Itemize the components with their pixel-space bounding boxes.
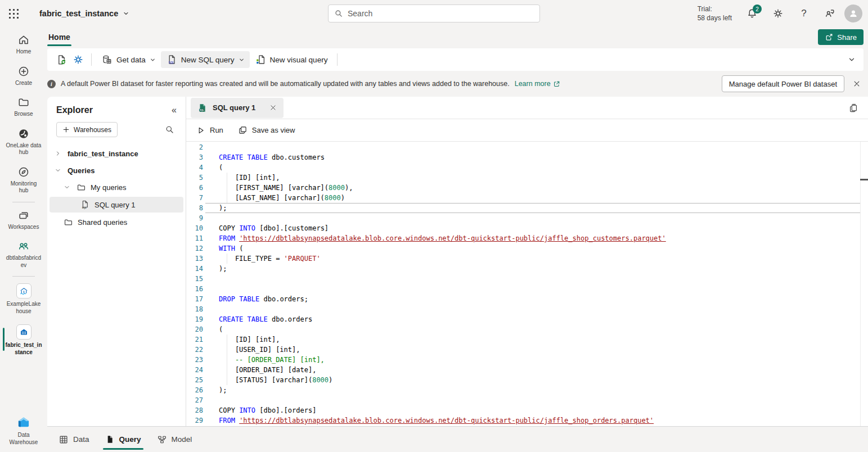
chevron-down-icon[interactable] [55, 167, 61, 174]
code-line-29[interactable]: 29FROM 'https://dbtlabsynapsedatalake.bl… [186, 415, 868, 426]
new-visual-query-button[interactable]: New visual query [250, 51, 333, 68]
code-line-14[interactable]: 14); [186, 264, 868, 274]
tree-item-sql-query-1[interactable]: SQLSQL query 1 [50, 197, 183, 213]
help-button[interactable]: ? [793, 2, 815, 25]
explorer-search-icon[interactable] [165, 125, 174, 134]
nav-rail-item-home[interactable]: Home [0, 29, 47, 61]
tree-item-my-queries[interactable]: My queries [50, 180, 183, 195]
code-line-20[interactable]: 20( [186, 324, 868, 335]
view-tab-query[interactable]: Query [103, 427, 143, 452]
refresh-button[interactable] [53, 51, 70, 68]
code-line-21[interactable]: 21 [ID] [int], [186, 335, 868, 345]
copy-icon[interactable] [845, 100, 861, 116]
code-line-17[interactable]: 17DROP TABLE dbo.orders; [186, 294, 868, 304]
ribbon-tab-row: Home Share [47, 27, 868, 47]
manage-default-dataset-button[interactable]: Manage default Power BI dataset [722, 75, 844, 92]
tab-home[interactable]: Home [47, 30, 71, 44]
code-line-9[interactable]: 9 [186, 213, 868, 223]
app-launcher-button[interactable] [0, 0, 27, 27]
nav-rail-item-label: dbtlabsfabricdev [5, 255, 42, 269]
code-line-28[interactable]: 28COPY INTO [dbo].[orders] [186, 405, 868, 415]
code-line-27[interactable]: 27 [186, 395, 868, 405]
code-line-22[interactable]: 22 [USER_ID] [int], [186, 345, 868, 355]
code-line-6[interactable]: 6 [FIRST_NAME] [varchar](8000), [186, 183, 868, 193]
view-tab-label: Model [172, 435, 192, 444]
nav-rail-item-monitoring-hub[interactable]: Monitoring hub [0, 161, 47, 200]
line-content: -- [ORDER_DATE] [int], [205, 355, 868, 365]
code-line-16[interactable]: 16 [186, 284, 868, 294]
code-line-7[interactable]: 7 [LAST_NAME] [varchar](8000) [186, 193, 868, 203]
nav-rail-item-examplelakehouse[interactable]: ExampleLakehouse [0, 279, 47, 320]
line-content: COPY INTO [dbo].[customers] [205, 223, 868, 233]
close-tab-icon[interactable] [269, 104, 277, 111]
avatar[interactable] [844, 4, 862, 22]
view-tab-data[interactable]: Data [56, 427, 92, 452]
code-line-3[interactable]: 3CREATE TABLE dbo.customers [186, 152, 868, 162]
code-line-15[interactable]: 15 [186, 274, 868, 284]
query-doc-icon [105, 435, 115, 444]
code-line-18[interactable]: 18 [186, 304, 868, 314]
editor-scrollbar[interactable] [860, 142, 868, 426]
collapse-explorer-icon[interactable]: « [172, 106, 177, 115]
save-as-view-button[interactable]: Save as view [232, 122, 301, 139]
chevron-down-icon[interactable] [64, 184, 70, 191]
chevron-right-icon[interactable] [55, 150, 61, 157]
run-button[interactable]: Run [191, 122, 229, 139]
code-line-25[interactable]: 25 [STATUS] [varchar](8000) [186, 375, 868, 385]
code-line-12[interactable]: 12WITH ( [186, 243, 868, 254]
notification-badge: 2 [753, 4, 762, 13]
code-line-10[interactable]: 10COPY INTO [dbo].[customers] [186, 223, 868, 233]
nav-rail-item-dbtlabsfabricdev[interactable]: dbtlabsfabricdev [0, 236, 47, 274]
run-label: Run [210, 126, 223, 134]
trial-days-left: 58 days left [698, 13, 732, 22]
tree-item-shared-queries[interactable]: Shared queries [50, 215, 183, 229]
line-content: WITH ( [205, 243, 868, 254]
code-line-13[interactable]: 13 FILE_TYPE = 'PARQUET' [186, 254, 868, 264]
nav-rail-item-fabric-test-instance[interactable]: fabric_test_instance [0, 320, 47, 361]
save-as-view-icon [238, 125, 248, 135]
sql-file-outline-icon: SQL [80, 200, 90, 210]
feedback-button[interactable] [818, 2, 841, 25]
sql-code-editor[interactable]: 23CREATE TABLE dbo.customers4(5 [ID] [in… [186, 142, 868, 426]
search-input[interactable] [348, 9, 534, 18]
get-data-button[interactable]: Get data [96, 51, 161, 68]
collapse-ribbon-chevron[interactable] [848, 56, 856, 64]
code-line-11[interactable]: 11FROM 'https://dbtlabsynapsedatalake.bl… [186, 233, 868, 243]
settings-button[interactable] [767, 2, 789, 25]
share-button[interactable]: Share [818, 29, 863, 45]
line-number: 26 [186, 385, 205, 395]
tab-sql-query-1[interactable]: SQL SQL query 1 [191, 98, 284, 118]
workspace-title-dropdown[interactable]: fabric_test_instance [39, 9, 129, 18]
line-number: 24 [186, 365, 205, 375]
view-tab-model[interactable]: Model [155, 427, 195, 452]
line-number: 14 [186, 264, 205, 274]
warehouse-settings-button[interactable] [70, 51, 87, 68]
line-number: 10 [186, 223, 205, 233]
nav-rail-item-onelake-data-hub[interactable]: OneLake data hub [0, 123, 47, 161]
nav-rail-item-label: fabric_test_instance [5, 342, 42, 356]
add-warehouses-button[interactable]: Warehouses [56, 122, 118, 137]
tree-item-queries[interactable]: Queries [50, 163, 183, 178]
code-line-24[interactable]: 24 [ORDER_DATE] [date], [186, 365, 868, 375]
nav-rail-item-create[interactable]: Create [0, 61, 47, 92]
code-line-26[interactable]: 26); [186, 385, 868, 395]
close-banner-button[interactable] [851, 78, 862, 89]
tree-item-fabric-test-instance[interactable]: fabric_test_instance [50, 146, 183, 161]
code-line-5[interactable]: 5 [ID] [int], [186, 173, 868, 183]
line-content [205, 142, 868, 152]
notifications-button[interactable]: 2 [741, 2, 763, 25]
line-number: 11 [186, 233, 205, 243]
nav-rail-item-browse[interactable]: Browse [0, 92, 47, 123]
learn-more-link[interactable]: Learn more [515, 80, 560, 88]
view-switcher-bar: Data Query Model [47, 426, 868, 452]
new-sql-query-button[interactable]: SQL New SQL query [161, 51, 250, 68]
code-line-19[interactable]: 19CREATE TABLE dbo.orders [186, 314, 868, 324]
code-line-23[interactable]: 23 -- [ORDER_DATE] [int], [186, 355, 868, 365]
nav-rail-items: Home Create Browse OneLake data hub Moni… [0, 29, 47, 361]
code-line-4[interactable]: 4( [186, 162, 868, 173]
nav-rail-item-data-warehouse[interactable]: Data Warehouse [0, 410, 47, 451]
code-line-8[interactable]: 8); [186, 203, 868, 213]
nav-rail-item-workspaces[interactable]: Workspaces [0, 205, 47, 236]
code-line-2[interactable]: 2 [186, 142, 868, 152]
tree-item-label: fabric_test_instance [68, 150, 138, 158]
